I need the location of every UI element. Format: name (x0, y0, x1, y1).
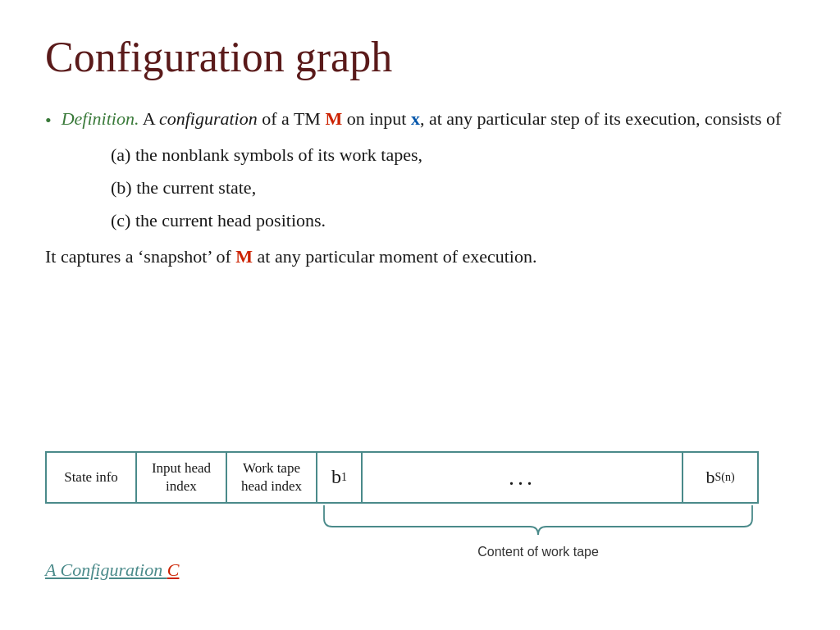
sub-items-list: (a) the nonblank symbols of its work tap… (111, 142, 795, 234)
main-content: • Definition. A configuration of a TM M … (45, 106, 795, 269)
a-configuration-label: A Configuration (45, 559, 167, 580)
label-b: (b) the current state, (111, 177, 256, 198)
slide: Configuration graph • Definition. A conf… (0, 0, 840, 630)
diagram-area: State info Input headindex Work tapehead… (45, 451, 815, 581)
cell-dots: ... (363, 453, 683, 502)
brace-svg (316, 504, 760, 536)
snapshot-M: M (235, 246, 253, 267)
label-c: (c) the current head positions. (111, 210, 326, 231)
snapshot-text: It captures a ‘snapshot’ of M at any par… (45, 244, 795, 270)
x-blue: x (411, 108, 420, 129)
bullet-definition: • Definition. A configuration of a TM M … (45, 106, 795, 134)
M-red: M (325, 108, 342, 129)
tape-row: State info Input headindex Work tapehead… (45, 451, 759, 504)
text-at-any: , at any particular step of its executio… (420, 108, 782, 129)
label-a: (a) the nonblank symbols of its work tap… (111, 144, 422, 165)
cell-bs: bS(n) (683, 453, 757, 502)
cell-state-info: State info (47, 453, 137, 502)
cell-work-tape: Work tapehead index (227, 453, 317, 502)
bs-subscript: S(n) (714, 470, 734, 485)
sub-item-b: (b) the current state, (111, 175, 795, 201)
snapshot-after-M: at any particular moment of execution. (253, 246, 536, 267)
cell-b1: b1 (317, 453, 363, 502)
content-of-work-tape-label: Content of work tape (477, 545, 599, 559)
text-on-input: on input (342, 108, 411, 129)
configuration-italic: configuration (159, 108, 258, 129)
snapshot-before-M: It captures a ‘snapshot’ of (45, 246, 235, 267)
definition-text: Definition. A configuration of a TM M on… (62, 106, 782, 132)
brace-container: Content of work tape (316, 504, 760, 545)
cell-input-head: Input headindex (137, 453, 227, 502)
caption-row: A Configuration C (45, 559, 815, 581)
b1-subscript: 1 (341, 470, 347, 485)
config-C: C (167, 559, 180, 580)
text-of-tm: of a TM (258, 108, 326, 129)
text-a-config: A (143, 108, 159, 129)
sub-item-c: (c) the current head positions. (111, 208, 795, 234)
bullet-dot: • (45, 107, 52, 134)
slide-title: Configuration graph (45, 33, 795, 81)
sub-item-a: (a) the nonblank symbols of its work tap… (111, 142, 795, 168)
definition-label: Definition. (62, 108, 139, 129)
